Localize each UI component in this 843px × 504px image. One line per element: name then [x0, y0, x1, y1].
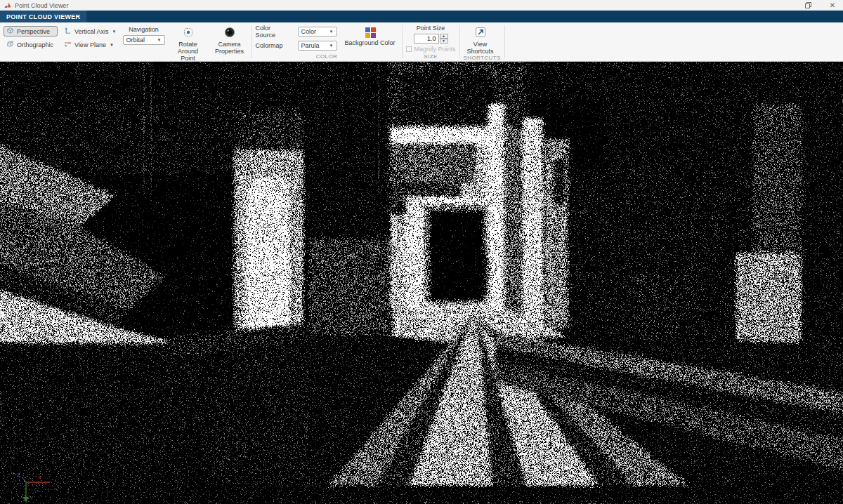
view-shortcuts-label: View Shortcuts	[464, 41, 497, 55]
view-plane-dropdown[interactable]: View Plane ▼	[63, 39, 117, 50]
perspective-label: Perspective	[17, 28, 50, 35]
camera-properties-button[interactable]: Camera Properties	[211, 26, 248, 55]
ribbon-tabbar: POINT CLOUD VIEWER	[0, 11, 843, 22]
section-label-color: COLOR	[256, 53, 398, 61]
chevron-down-icon: ▼	[442, 39, 445, 43]
point-cloud-canvas[interactable]	[0, 62, 843, 504]
section-color: Color Source Color ▼ Colormap Parula ▼	[252, 22, 402, 61]
magnify-points-checkbox	[406, 46, 412, 52]
point-size-label: Point Size	[417, 25, 445, 32]
navigation-select[interactable]: Orbital ▼	[123, 35, 165, 45]
navigation-value: Orbital	[126, 37, 145, 44]
chevron-down-icon: ▼	[329, 29, 334, 34]
camera-properties-icon	[224, 27, 235, 39]
chevron-down-icon: ▼	[329, 44, 334, 48]
background-color-button[interactable]: Background Color	[342, 26, 398, 46]
colormap-value: Parula	[301, 42, 320, 49]
view-plane-icon	[64, 40, 72, 49]
background-color-label: Background Color	[344, 39, 395, 46]
point-size-input[interactable]: 1.0	[414, 34, 439, 44]
spinner-up-button[interactable]: ▲	[440, 34, 448, 39]
view-shortcuts-button[interactable]: View Shortcuts	[464, 26, 497, 55]
rotate-around-point-button[interactable]: Rotate Around Point	[170, 26, 207, 62]
vertical-axis-dropdown[interactable]: Vertical Axis ▼	[63, 26, 117, 37]
color-source-label: Color Source	[256, 25, 292, 39]
rotate-around-point-label: Rotate Around Point	[170, 41, 207, 62]
chevron-down-icon: ▼	[157, 38, 162, 42]
section-shortcuts: View Shortcuts SHORTCUTS	[460, 22, 504, 61]
titlebar: Point Cloud Viewer ✕	[0, 0, 843, 11]
window-title: Point Cloud Viewer	[15, 2, 68, 9]
magnify-points-label: Magnify Points	[414, 46, 456, 53]
view-plane-label: View Plane	[74, 41, 106, 48]
close-window-button[interactable]: ✕	[822, 0, 843, 11]
colormap-label: Colormap	[256, 42, 292, 49]
colormap-select[interactable]: Parula ▼	[298, 41, 337, 51]
point-size-stepper: 1.0 ▲ ▼	[414, 34, 448, 44]
vertical-axis-icon	[64, 27, 72, 36]
camera-properties-label: Camera Properties	[211, 41, 248, 55]
vertical-axis-label: Vertical Axis	[74, 28, 109, 35]
chevron-up-icon: ▲	[442, 34, 445, 38]
section-camera: Perspective Orthographic Vertica	[0, 22, 251, 61]
viewport: X Z	[0, 62, 843, 504]
orthographic-icon	[6, 40, 14, 49]
perspective-button[interactable]: Perspective	[4, 26, 58, 37]
close-icon: ✕	[830, 2, 835, 9]
section-size: Point Size 1.0 ▲ ▼ Magnify Points SIZE	[403, 22, 459, 61]
point-cloud-viewer-window: Point Cloud Viewer ✕ POINT CLOUD VIEWER …	[0, 0, 843, 504]
background-color-icon	[365, 27, 376, 38]
orthographic-label: Orthographic	[17, 41, 53, 48]
toolstrip: Perspective Orthographic Vertica	[0, 22, 843, 62]
tab-point-cloud-viewer[interactable]: POINT CLOUD VIEWER	[0, 11, 86, 22]
view-shortcuts-icon	[475, 27, 486, 39]
restore-window-button[interactable]	[797, 0, 818, 11]
section-label-size: SIZE	[406, 53, 456, 61]
chevron-down-icon: ▼	[112, 29, 117, 34]
navigation-label: Navigation	[129, 26, 159, 33]
color-source-select[interactable]: Color ▼	[298, 27, 337, 37]
color-source-value: Color	[301, 28, 317, 35]
restore-icon	[805, 2, 811, 8]
rotate-around-point-icon	[183, 27, 194, 39]
chevron-down-icon: ▼	[110, 43, 114, 47]
spinner-down-button[interactable]: ▼	[440, 39, 448, 44]
perspective-icon	[6, 27, 14, 36]
orthographic-button[interactable]: Orthographic	[4, 39, 58, 50]
